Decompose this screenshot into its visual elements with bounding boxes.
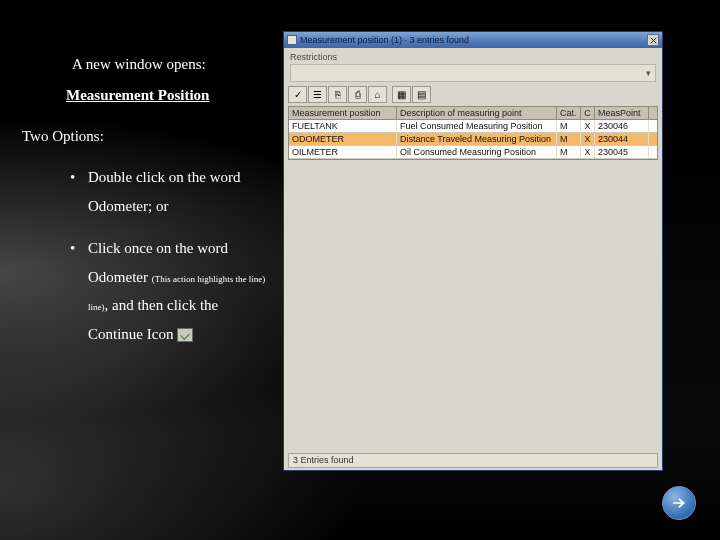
cell-desc: Oil Consumed Measuring Position [397, 146, 557, 158]
titlebar[interactable]: Measurement position (1) · 3 entries fou… [284, 32, 662, 48]
cell-cc: X [581, 120, 595, 132]
col-measurement-position[interactable]: Measurement position [289, 107, 397, 119]
window-title: Measurement position (1) · 3 entries fou… [300, 35, 644, 45]
status-bar: 3 Entries found [288, 453, 658, 468]
bullet-paren: line) [88, 302, 105, 312]
toolbar-btn-3[interactable]: ⎙ [348, 86, 367, 103]
col-c[interactable]: C [581, 107, 595, 119]
table-row[interactable]: OILMETEROil Consumed Measuring PositionM… [289, 146, 657, 159]
table-row[interactable]: ODOMETERDistance Traveled Measuring Posi… [289, 133, 657, 146]
results-table: Measurement position Description of meas… [288, 106, 658, 160]
bullet-line: , and then click the [105, 297, 219, 313]
cell-desc: Fuel Consumed Measuring Position [397, 120, 557, 132]
table-row[interactable]: FUELTANKFuel Consumed Measuring Position… [289, 120, 657, 133]
two-options-label: Two Options: [22, 128, 282, 145]
bullet-paren: (This action highlights the line) [152, 274, 265, 284]
bullet-line: Click once on the word [88, 240, 228, 256]
cell-cat: M [557, 133, 581, 145]
cell-mp: ODOMETER [289, 133, 397, 145]
toolbar-btn-1[interactable]: ☰ [308, 86, 327, 103]
continue-icon [177, 328, 193, 342]
restrictions-section: Restrictions [284, 48, 662, 62]
intro-text: A new window opens: [72, 56, 282, 73]
bullet-line: Double click on the word [88, 169, 240, 185]
restrictions-label: Restrictions [290, 52, 656, 62]
col-measpoint[interactable]: MeasPoint [595, 107, 649, 119]
toolbar: ✓ ☰ ⎘ ⎙ ⌂ ▦ ▤ [288, 86, 658, 103]
bullet-line: Odometer; or [88, 198, 168, 214]
cell-meas: 230045 [595, 146, 649, 158]
bullet-item: •Double click on the word Odometer; or [70, 163, 282, 220]
toolbar-btn-5[interactable]: ▦ [392, 86, 411, 103]
toolbar-btn-2[interactable]: ⎘ [328, 86, 347, 103]
cell-mp: OILMETER [289, 146, 397, 158]
cell-meas: 230044 [595, 133, 649, 145]
table-header: Measurement position Description of meas… [289, 107, 657, 120]
cell-meas: 230046 [595, 120, 649, 132]
cell-cc: X [581, 133, 595, 145]
close-icon[interactable] [647, 34, 659, 46]
arrow-right-icon [670, 494, 688, 512]
toolbar-btn-4[interactable]: ⌂ [368, 86, 387, 103]
bullet-line: Odometer [88, 269, 152, 285]
toolbar-separator [388, 86, 391, 103]
next-slide-button[interactable] [662, 486, 696, 520]
bullet-item: •Click once on the word Odometer (This a… [70, 234, 282, 348]
cell-desc: Distance Traveled Measuring Position [397, 133, 557, 145]
toolbar-btn-6[interactable]: ▤ [412, 86, 431, 103]
cell-cc: X [581, 146, 595, 158]
sap-window: Measurement position (1) · 3 entries fou… [283, 31, 663, 471]
col-category[interactable]: Cat. [557, 107, 581, 119]
col-description[interactable]: Description of measuring point [397, 107, 557, 119]
cell-cat: M [557, 120, 581, 132]
chevron-down-icon: ▾ [646, 68, 651, 78]
bullet-line: Continue Icon [88, 326, 177, 342]
continue-check-button[interactable]: ✓ [288, 86, 307, 103]
instruction-panel: A new window opens: Measurement Position… [22, 56, 282, 348]
cell-cat: M [557, 146, 581, 158]
cell-mp: FUELTANK [289, 120, 397, 132]
restrictions-dropdown[interactable]: ▾ [290, 64, 656, 82]
panel-title: Measurement Position [66, 87, 282, 104]
window-type-icon [287, 35, 297, 45]
